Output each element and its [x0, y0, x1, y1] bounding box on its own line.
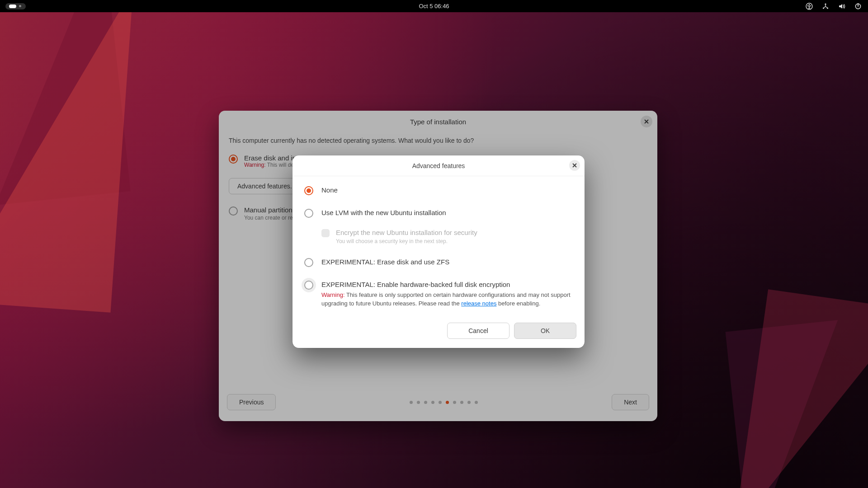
dialog-footer: Cancel OK — [292, 317, 585, 348]
network-icon[interactable] — [822, 3, 829, 10]
svg-point-2 — [825, 3, 826, 5]
option-hw-fde-label: EXPERIMENTAL: Enable hardware-backed ful… — [321, 281, 573, 288]
power-icon[interactable] — [854, 3, 862, 10]
option-lvm[interactable]: Use LVM with the new Ubuntu installation — [304, 209, 573, 218]
release-notes-link[interactable]: release notes — [461, 300, 496, 307]
checkbox-encrypt-box — [321, 229, 330, 237]
dialog-body: None Use LVM with the new Ubuntu install… — [292, 176, 585, 317]
desktop-wallpaper: Oct 5 06:46 Type of installation Thi — [0, 0, 868, 488]
accessibility-icon[interactable] — [806, 3, 813, 10]
activities-area[interactable] — [5, 0, 26, 12]
checkbox-encrypt-label: Encrypt the new Ubuntu installation for … — [336, 229, 477, 236]
dialog-header: Advanced features — [292, 155, 585, 176]
volume-icon[interactable] — [838, 3, 845, 10]
dialog-close-button[interactable] — [569, 160, 580, 171]
system-tray[interactable] — [806, 0, 862, 12]
dialog-title: Advanced features — [412, 162, 465, 169]
option-none[interactable]: None — [304, 186, 573, 195]
radio-none[interactable] — [304, 186, 313, 195]
clock[interactable]: Oct 5 06:46 — [419, 3, 449, 9]
option-zfs[interactable]: EXPERIMENTAL: Erase disk and use ZFS — [304, 258, 573, 267]
warning-label: Warning: — [321, 291, 345, 298]
option-hw-fde-warning: Warning: This feature is only supported … — [321, 291, 573, 308]
close-icon — [572, 163, 577, 168]
radio-hw-fde[interactable] — [304, 281, 313, 290]
checkbox-encrypt-hint: You will choose a security key in the ne… — [336, 238, 477, 244]
wallpaper-shape — [734, 289, 868, 488]
ok-button[interactable]: OK — [514, 323, 576, 339]
option-zfs-label: EXPERIMENTAL: Erase disk and use ZFS — [321, 258, 449, 266]
gnome-top-bar: Oct 5 06:46 — [0, 0, 868, 12]
svg-point-1 — [809, 4, 810, 5]
warning-text: before enabling. — [496, 300, 540, 307]
option-lvm-label: Use LVM with the new Ubuntu installation — [321, 209, 446, 216]
checkbox-encrypt: Encrypt the new Ubuntu installation for … — [321, 229, 573, 244]
activities-dot-icon — [19, 5, 21, 7]
wallpaper-shape — [0, 0, 133, 313]
radio-zfs[interactable] — [304, 258, 313, 267]
advanced-features-dialog: Advanced features None Use LVM with the … — [292, 155, 585, 348]
option-none-label: None — [321, 186, 338, 194]
activities-button[interactable] — [5, 3, 26, 9]
cancel-button[interactable]: Cancel — [447, 323, 509, 339]
activities-pill-icon — [9, 5, 16, 8]
radio-lvm[interactable] — [304, 209, 313, 218]
option-hw-fde[interactable]: EXPERIMENTAL: Enable hardware-backed ful… — [304, 281, 573, 308]
